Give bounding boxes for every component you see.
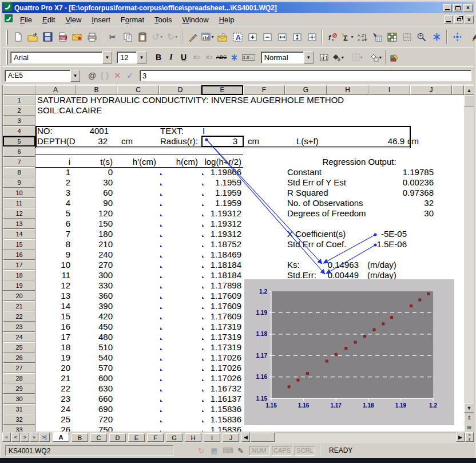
row-header-13[interactable]: 13: [3, 219, 35, 229]
cell-i[interactable]: 26: [36, 425, 70, 432]
prev-sheet-button[interactable]: <: [11, 433, 20, 442]
cell-i[interactable]: 4: [36, 198, 70, 208]
menu-item-help[interactable]: Help: [214, 14, 240, 26]
col-label-t[interactable]: t(s): [76, 157, 113, 167]
cell-i[interactable]: 9: [36, 250, 70, 260]
cell-log[interactable]: 1.16137: [184, 394, 241, 404]
row-header-14[interactable]: 14: [3, 229, 35, 239]
regression-stat-label[interactable]: Degrees of Freedom: [287, 208, 366, 219]
last-used-sheet-button[interactable]: >|: [39, 433, 50, 442]
cell-radius-value[interactable]: 3: [204, 136, 237, 147]
menu-item-format[interactable]: Format: [116, 14, 149, 26]
row-header-25[interactable]: 25: [3, 342, 35, 353]
vertical-scrollbar[interactable]: ▲▼⇕⊞: [464, 85, 474, 432]
row-header-33[interactable]: 33: [3, 425, 35, 432]
regression-stat-value[interactable]: 0.00236: [365, 177, 434, 188]
cell-log[interactable]: 1.19312: [184, 208, 241, 219]
cell-t[interactable]: 120: [76, 208, 113, 219]
cell-t[interactable]: 90: [76, 198, 113, 208]
cell-t[interactable]: 150: [76, 219, 113, 229]
select-all-corner[interactable]: [3, 85, 35, 95]
cell-i[interactable]: 6: [36, 219, 70, 229]
cell-t[interactable]: 720: [76, 414, 113, 425]
row-header-19[interactable]: 19: [3, 280, 35, 291]
cell-t[interactable]: 390: [76, 301, 113, 311]
sheet-tab-J[interactable]: J: [223, 433, 239, 442]
undo-dropdown-icon[interactable]: ▾: [160, 34, 162, 39]
row-header-3[interactable]: 3: [3, 116, 35, 126]
column-header-F[interactable]: F: [243, 85, 285, 95]
cell-t[interactable]: 600: [76, 373, 113, 383]
cell-i[interactable]: 21: [36, 373, 70, 383]
col-label-hprime[interactable]: h'(cm): [117, 157, 156, 167]
zoom-button[interactable]: [414, 29, 429, 45]
row-header-27[interactable]: 27: [3, 363, 35, 373]
row-header-8[interactable]: 8: [3, 167, 35, 177]
spreadsheet-grid[interactable]: ABCDEFGHIJ123456789101112131415161718192…: [2, 85, 474, 432]
publish-mail-button[interactable]: [215, 29, 230, 45]
sort-button[interactable]: A..ZZ..A: [355, 29, 370, 45]
row-header-11[interactable]: 11: [3, 198, 35, 208]
row-header-10[interactable]: 10: [3, 188, 35, 198]
bold-button[interactable]: B: [152, 51, 165, 64]
quickfunction-button[interactable]: Σ▾: [340, 29, 355, 45]
cell-i[interactable]: 24: [36, 404, 70, 414]
child-restore-button[interactable]: [454, 15, 463, 23]
quickfill-button[interactable]: [429, 29, 444, 45]
row-header-30[interactable]: 30: [3, 394, 35, 404]
text-box-button[interactable]: A: [230, 29, 245, 45]
cell-i[interactable]: 18: [36, 342, 70, 353]
cell-t[interactable]: 300: [76, 270, 113, 280]
cell-title-line2[interactable]: SOIL:CALCAIRE: [37, 105, 102, 116]
cell-t[interactable]: 630: [76, 383, 113, 394]
menu-item-window[interactable]: Window: [177, 14, 213, 26]
sheet-tab-H[interactable]: H: [185, 433, 201, 442]
fit-height-button[interactable]: [289, 29, 304, 45]
cell-i[interactable]: 15: [36, 311, 70, 322]
menu-item-edit[interactable]: Edit: [37, 14, 60, 26]
cell-t[interactable]: 450: [76, 322, 113, 332]
launch-button[interactable]: ▾: [470, 29, 476, 45]
chart-object[interactable]: 1.151.161.171.181.191.21.151.161.171.181…: [244, 279, 454, 425]
cell-log[interactable]: 1.17898: [184, 280, 241, 291]
regression-stat-label[interactable]: Constant: [287, 167, 322, 177]
fit-width-button[interactable]: [275, 29, 289, 45]
quickformat-button[interactable]: [185, 29, 200, 45]
text-color-button[interactable]: a▾: [331, 51, 345, 64]
row-header-17[interactable]: 17: [3, 260, 35, 270]
hscroll-right-button[interactable]: ▶: [456, 433, 465, 442]
formula-composer-button[interactable]: fx: [325, 29, 340, 45]
maximize-button[interactable]: [453, 4, 462, 12]
cell-ref-dropdown-icon[interactable]: ▼: [70, 70, 80, 82]
regression-stat-label[interactable]: R Squared: [287, 188, 328, 198]
cell-L-value[interactable]: 46.9: [347, 136, 404, 147]
sheet-tab-D[interactable]: D: [109, 433, 126, 442]
row-header-7[interactable]: 7: [3, 157, 35, 167]
menu-item-view[interactable]: View: [60, 14, 86, 26]
regression-coef-label[interactable]: Std Err of Coef.: [287, 239, 346, 250]
cancel-entry-icon[interactable]: ✕: [111, 71, 124, 80]
column-header-B[interactable]: B: [76, 85, 117, 95]
objects-page-button[interactable]: ⊞: [464, 422, 474, 432]
row-header-9[interactable]: 9: [3, 177, 35, 188]
font-size-dropdown-icon[interactable]: ▼: [137, 52, 146, 64]
new-document-button[interactable]: [10, 29, 25, 45]
sheet-tab-C[interactable]: C: [90, 433, 107, 442]
cell-log[interactable]: 1.18469: [184, 250, 241, 260]
cell-t[interactable]: 360: [76, 291, 113, 301]
undo-button[interactable]: ↺▾: [150, 29, 165, 45]
row-header-18[interactable]: 18: [3, 270, 35, 280]
row-header-21[interactable]: 21: [3, 301, 35, 311]
cell-t[interactable]: 570: [76, 363, 113, 373]
cell-t[interactable]: 180: [76, 229, 113, 239]
row-header-1[interactable]: 1: [3, 95, 35, 105]
regression-stat-value[interactable]: 30: [365, 208, 434, 219]
child-close-button[interactable]: ×: [465, 15, 474, 23]
redo-button[interactable]: ↻▾: [165, 29, 180, 45]
hscroll-track[interactable]: [275, 433, 456, 442]
pan-button[interactable]: [450, 29, 465, 45]
scroll-up-button[interactable]: ▲: [464, 85, 474, 95]
cell-log[interactable]: 1.15836: [184, 404, 241, 414]
quickfill-small-button[interactable]: [228, 51, 241, 64]
subscript-button[interactable]: ×2: [203, 51, 215, 64]
